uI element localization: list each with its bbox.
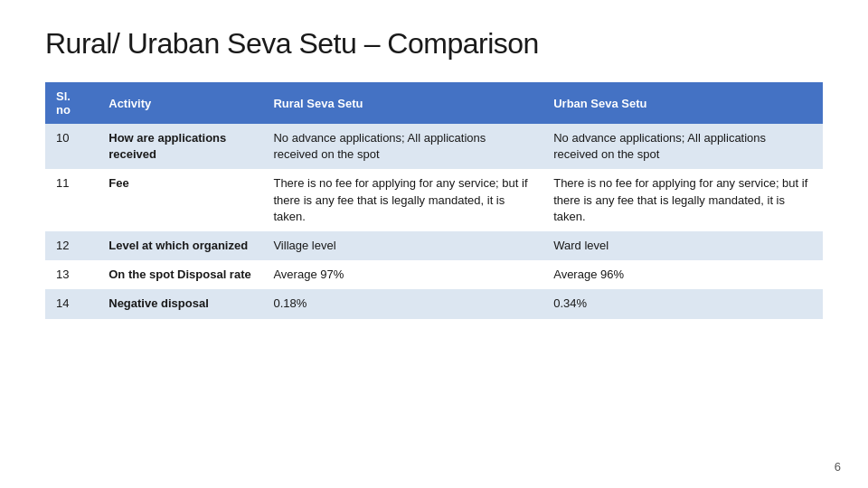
cell-rural: 0.18%	[262, 289, 542, 318]
cell-activity: Level at which organized	[98, 231, 262, 260]
table-row: 12Level at which organizedVillage levelW…	[45, 231, 823, 260]
page-container: Rural/ Uraban Seva Setu – Comparison Sl.…	[0, 0, 868, 488]
cell-slno: 13	[45, 260, 98, 289]
page-number: 6	[835, 460, 841, 474]
header-rural: Rural Seva Setu	[262, 82, 542, 124]
page-title: Rural/ Uraban Seva Setu – Comparison	[45, 27, 823, 61]
table-header-row: Sl. no Activity Rural Seva Setu Urban Se…	[45, 82, 823, 124]
header-slno: Sl. no	[45, 82, 98, 124]
cell-activity: Fee	[98, 169, 262, 231]
cell-urban: 0.34%	[542, 289, 823, 318]
cell-slno: 14	[45, 289, 98, 318]
table-row: 14Negative disposal0.18%0.34%	[45, 289, 823, 318]
cell-activity: On the spot Disposal rate	[98, 260, 262, 289]
cell-rural: Village level	[262, 231, 542, 260]
header-urban: Urban Seva Setu	[542, 82, 823, 124]
cell-activity: How are applications received	[98, 124, 262, 169]
cell-slno: 11	[45, 169, 98, 231]
cell-urban: Average 96%	[542, 260, 823, 289]
cell-slno: 12	[45, 231, 98, 260]
header-activity: Activity	[98, 82, 262, 124]
table-wrapper: Sl. no Activity Rural Seva Setu Urban Se…	[45, 82, 823, 470]
cell-rural: No advance applications; All application…	[262, 124, 542, 169]
table-body: 10How are applications receivedNo advanc…	[45, 124, 823, 319]
cell-urban: No advance applications; All application…	[542, 124, 823, 169]
cell-rural: There is no fee for applying for any ser…	[262, 169, 542, 231]
cell-urban: Ward level	[542, 231, 823, 260]
cell-slno: 10	[45, 124, 98, 169]
cell-rural: Average 97%	[262, 260, 542, 289]
comparison-table: Sl. no Activity Rural Seva Setu Urban Se…	[45, 82, 823, 319]
cell-urban: There is no fee for applying for any ser…	[542, 169, 823, 231]
cell-activity: Negative disposal	[98, 289, 262, 318]
table-row: 13On the spot Disposal rateAverage 97%Av…	[45, 260, 823, 289]
table-row: 11FeeThere is no fee for applying for an…	[45, 169, 823, 231]
table-row: 10How are applications receivedNo advanc…	[45, 124, 823, 169]
